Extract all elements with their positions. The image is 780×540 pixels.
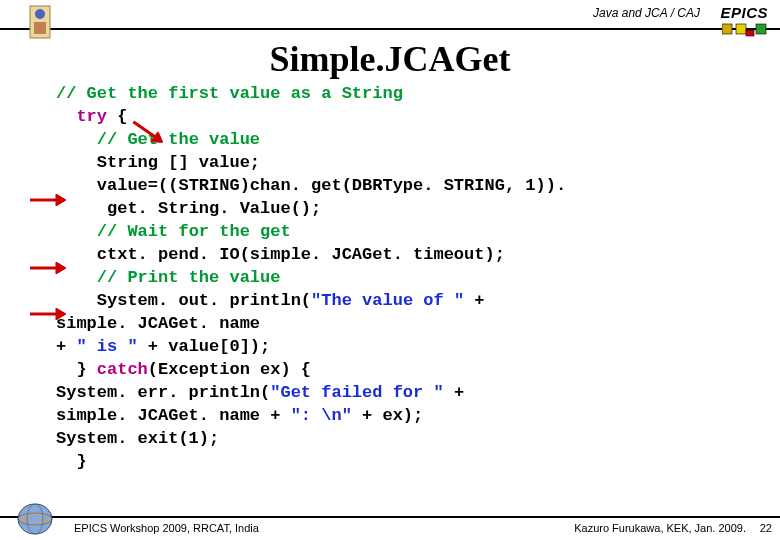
footer-left-text: EPICS Workshop 2009, RRCAT, India	[74, 522, 259, 534]
arrow-icon	[30, 262, 66, 274]
code-text: +	[56, 337, 76, 356]
code-string: "The value of "	[311, 291, 464, 310]
code-text: get. String. Value();	[97, 199, 321, 218]
globe-icon	[16, 500, 54, 538]
code-text: value=((STRING)chan. get(DBRType. STRING…	[97, 176, 566, 195]
svg-rect-4	[736, 24, 746, 34]
code-text: System. out. println(	[97, 291, 311, 310]
svg-point-1	[35, 9, 45, 19]
code-comment: // Get the first value as a String	[56, 84, 403, 103]
page-number: 22	[760, 522, 772, 534]
code-comment: // Get the value	[97, 130, 260, 149]
svg-marker-10	[56, 194, 66, 206]
footer-right-text: Kazuro Furukawa, KEK, Jan. 2009.	[574, 522, 746, 534]
svg-marker-12	[56, 262, 66, 274]
code-comment: // Wait for the get	[97, 222, 291, 241]
svg-rect-6	[756, 24, 766, 34]
svg-rect-2	[34, 22, 46, 34]
code-keyword: catch	[97, 360, 148, 379]
code-text: }	[76, 452, 86, 471]
code-text: System. err. println(	[56, 383, 270, 402]
code-text: System. exit(1);	[56, 429, 219, 448]
breadcrumb: Java and JCA / CAJ	[593, 6, 700, 20]
svg-rect-5	[746, 30, 754, 36]
code-text: simple. JCAGet. name +	[56, 406, 291, 425]
code-string: " is "	[76, 337, 137, 356]
svg-rect-3	[722, 24, 732, 34]
svg-point-15	[18, 504, 52, 534]
code-text: +	[464, 291, 484, 310]
code-text: simple. JCAGet. name	[56, 314, 260, 333]
footer-band: EPICS Workshop 2009, RRCAT, India Kazuro…	[0, 516, 780, 540]
code-block: // Get the first value as a String try {…	[56, 82, 566, 473]
emblem-icon	[28, 4, 52, 40]
code-text: String [] value;	[97, 153, 260, 172]
code-text: (Exception ex) {	[148, 360, 311, 379]
code-string: "Get failed for "	[270, 383, 443, 402]
code-keyword: try	[76, 107, 107, 126]
svg-marker-14	[56, 308, 66, 320]
page-title: Simple.JCAGet	[0, 38, 780, 80]
code-text: ctxt. pend. IO(simple. JCAGet. timeout);	[97, 245, 505, 264]
arrow-icon	[30, 308, 66, 320]
code-text: + value[0]);	[138, 337, 271, 356]
code-text: {	[107, 107, 127, 126]
code-text: +	[444, 383, 464, 402]
arrow-icon	[30, 194, 66, 206]
epics-blocks-icon	[722, 22, 770, 38]
code-comment: // Print the value	[97, 268, 281, 287]
header-band: Java and JCA / CAJ	[0, 0, 780, 30]
code-string: ": \n"	[291, 406, 352, 425]
code-text: + ex);	[352, 406, 423, 425]
epics-logo-text: EPICS	[720, 4, 768, 21]
code-text: }	[76, 360, 96, 379]
